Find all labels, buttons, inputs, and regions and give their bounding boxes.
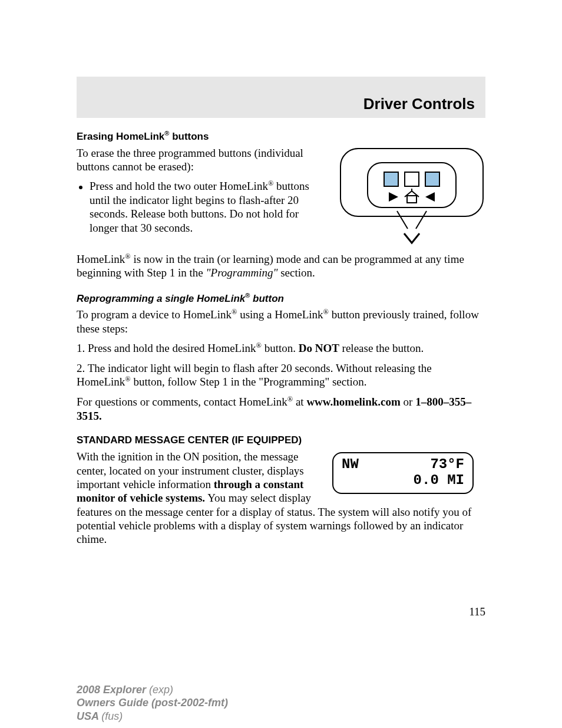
text: 1. Press and hold the desired HomeLink — [77, 342, 256, 355]
paragraph: 1. Press and hold the desired HomeLink® … — [77, 341, 485, 355]
text: Press and hold the two outer HomeLink — [90, 180, 268, 193]
page-number: 115 — [77, 605, 485, 618]
text: For questions or comments, contact HomeL… — [77, 396, 287, 408]
svg-marker-5 — [389, 192, 398, 202]
display-temperature: 73°F — [430, 457, 464, 472]
footer-code: (exp) — [149, 684, 173, 696]
text: HomeLink — [77, 253, 125, 265]
footer: 2008 Explorer (exp) Owners Guide (post-2… — [77, 683, 485, 723]
svg-rect-7 — [407, 196, 416, 203]
text-bold: Do NOT — [299, 342, 339, 355]
registered-symbol: ® — [268, 179, 273, 187]
display-compass: NW — [342, 457, 359, 472]
heading-text: button — [250, 292, 284, 304]
text: button. — [262, 342, 299, 355]
heading-text: Reprogramming a single HomeLink — [77, 292, 245, 304]
heading-reprogramming: Reprogramming a single HomeLink® button — [77, 292, 485, 305]
text: button, follow Step 1 in the "Programmin… — [131, 376, 367, 388]
paragraph: To program a device to HomeLink® using a… — [77, 308, 485, 335]
text: using a HomeLink — [237, 309, 323, 321]
text: To program a device to HomeLink — [77, 309, 232, 321]
registered-symbol: ® — [232, 308, 237, 316]
paragraph: For questions or comments, contact HomeL… — [77, 395, 485, 423]
footer-model: 2008 Explorer — [77, 684, 149, 696]
svg-marker-6 — [425, 192, 435, 202]
svg-rect-3 — [405, 172, 419, 186]
registered-symbol: ® — [125, 252, 130, 261]
registered-symbol: ® — [256, 341, 261, 350]
heading-text: buttons — [169, 131, 209, 142]
text: release the button. — [339, 342, 424, 355]
svg-rect-4 — [425, 172, 439, 186]
heading-text: Erasing HomeLink — [77, 131, 164, 142]
text: section. — [277, 266, 315, 279]
text: at — [293, 396, 306, 408]
text: or — [401, 396, 415, 408]
registered-symbol: ® — [125, 375, 130, 383]
homelink-console-illustration — [338, 146, 485, 249]
chapter-title: Driver Controls — [363, 95, 475, 113]
paragraph: HomeLink® is now in the train (or learni… — [77, 252, 485, 280]
message-center-display-illustration: NW 73°F 0.0 MI — [332, 452, 474, 494]
paragraph: 2. The indicator light will begin to fla… — [77, 361, 485, 389]
registered-symbol: ® — [287, 395, 293, 403]
svg-line-10 — [416, 211, 427, 229]
footer-code: (fus) — [101, 710, 123, 722]
display-mileage: 0.0 MI — [414, 472, 464, 488]
heading-message-center: STANDARD MESSAGE CENTER (IF EQUIPPED) — [77, 434, 485, 446]
text-italic: "Programming" — [206, 266, 278, 279]
svg-line-9 — [397, 211, 408, 229]
heading-erasing-homelink: Erasing HomeLink® buttons — [77, 130, 485, 143]
chapter-header: Driver Controls — [77, 77, 485, 118]
svg-rect-2 — [384, 172, 398, 186]
footer-guide: Owners Guide (post-2002-fmt) — [77, 696, 485, 710]
footer-region: USA — [77, 710, 101, 722]
homelink-url: www.homelink.com — [306, 396, 400, 408]
registered-symbol: ® — [323, 308, 329, 316]
